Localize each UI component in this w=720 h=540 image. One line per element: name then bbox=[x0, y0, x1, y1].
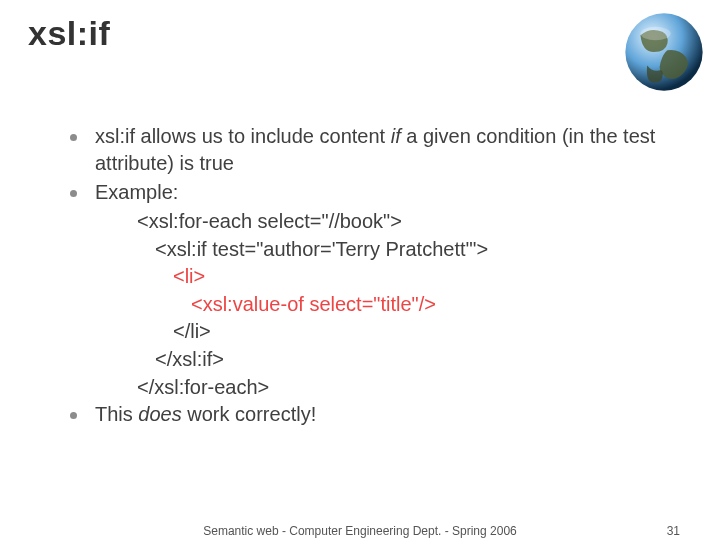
earth-globe-icon bbox=[622, 10, 706, 94]
bullet-3-text: This does work correctly! bbox=[95, 401, 692, 428]
code-line: </li> bbox=[95, 318, 692, 346]
code-line-highlight: <xsl:value-of select="title"/> bbox=[95, 291, 692, 319]
page-number: 31 bbox=[667, 524, 680, 538]
code-line: <xsl:for-each select="//book"> bbox=[95, 208, 692, 236]
bullet-2: Example: bbox=[70, 179, 692, 206]
slide-title: xsl:if bbox=[28, 14, 692, 53]
bullet-dot bbox=[70, 412, 77, 419]
footer-text: Semantic web - Computer Engineering Dept… bbox=[203, 524, 517, 538]
code-line: <xsl:if test="author='Terry Pratchett'"> bbox=[95, 236, 692, 264]
svg-point-1 bbox=[640, 27, 670, 40]
code-line: </xsl:if> bbox=[95, 346, 692, 374]
slide: xsl:if xsl:if allows us to include conte… bbox=[0, 0, 720, 540]
code-line-highlight: <li> bbox=[95, 263, 692, 291]
bullet-dot bbox=[70, 134, 77, 141]
content-area: xsl:if allows us to include content if a… bbox=[28, 123, 692, 428]
inline-code-xslif: xsl:if bbox=[95, 125, 135, 147]
italic-if: if bbox=[391, 125, 401, 147]
code-line: </xsl:for-each> bbox=[95, 374, 692, 402]
italic-does: does bbox=[138, 403, 181, 425]
svg-point-0 bbox=[625, 13, 702, 90]
bullet-dot bbox=[70, 190, 77, 197]
code-block: <xsl:for-each select="//book"> <xsl:if t… bbox=[95, 208, 692, 401]
inline-code-test: test bbox=[623, 125, 655, 147]
bullet-1-text: xsl:if allows us to include content if a… bbox=[95, 123, 692, 177]
bullet-1: xsl:if allows us to include content if a… bbox=[70, 123, 692, 177]
bullet-3: This does work correctly! bbox=[70, 401, 692, 428]
bullet-2-text: Example: bbox=[95, 179, 692, 206]
